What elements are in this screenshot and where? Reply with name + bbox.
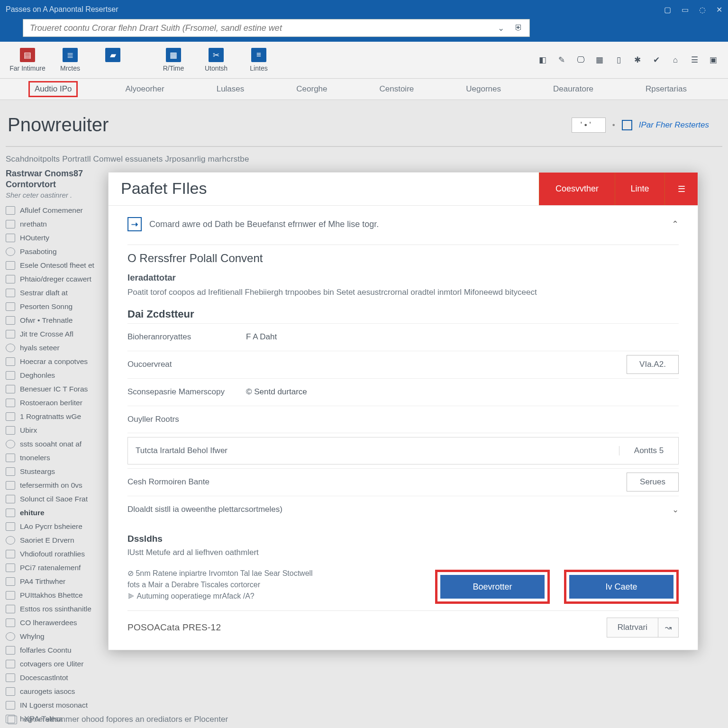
ribbon-item-notes[interactable]: ▰R/Time bbox=[94, 48, 132, 72]
tab-rpsertarias[interactable]: Rpsertarias bbox=[641, 82, 692, 96]
sidebar-item[interactable]: tefersermith on 0vs bbox=[6, 479, 112, 491]
sidebar-item[interactable]: Benesuer IC T Foras bbox=[6, 382, 112, 395]
tab-censtoire[interactable]: Censtoire bbox=[375, 82, 419, 96]
window-close-icon[interactable]: ✕ bbox=[716, 5, 722, 14]
footer-arrow-icon[interactable]: ↝ bbox=[658, 618, 679, 637]
check-icon[interactable]: ✔ bbox=[650, 54, 663, 66]
ribbon-item-mrctes[interactable]: ≣Mrctes bbox=[51, 48, 89, 72]
sidebar-item[interactable]: hyals seteer bbox=[6, 341, 112, 354]
title-bar: Passes on A Apanontal Resertser ▢ ▭ ◌ ✕ bbox=[0, 0, 728, 19]
sidebar-item[interactable]: Saoriet E Drvern bbox=[6, 534, 112, 546]
home-icon[interactable]: ⌂ bbox=[669, 54, 682, 66]
sidebar-item[interactable]: rsoupersonterll Foleses bbox=[6, 726, 112, 728]
tab-deauratore[interactable]: Deauratore bbox=[548, 82, 598, 96]
sidebar-item[interactable]: Hoecrar a conpotves bbox=[6, 355, 112, 368]
note-line-2: fots a Mair a Derabre Tiscales cortorcer bbox=[127, 579, 313, 591]
sidebar-item[interactable]: IN Lgoerst mosonact bbox=[6, 699, 112, 711]
boevrotter-button[interactable]: Boevrotter bbox=[440, 575, 545, 599]
doc-icon[interactable] bbox=[622, 120, 632, 130]
sidebar-item[interactable]: 1 Rogratnatts wGe bbox=[6, 410, 112, 423]
tab-lulases[interactable]: Lulases bbox=[212, 82, 249, 96]
sidebar-item[interactable]: Pasaboting bbox=[6, 245, 112, 258]
sidebar-item[interactable]: folfarles Coontu bbox=[6, 644, 112, 656]
aontts-button[interactable]: Aontts 5 bbox=[619, 446, 678, 455]
ribbon-item-lintes[interactable]: ≡Lintes bbox=[240, 48, 278, 72]
sidebar-item[interactable]: LAo Pycrr bsheiere bbox=[6, 520, 112, 533]
via-button[interactable]: VIa.A2. bbox=[627, 355, 679, 374]
sidebar-item[interactable]: Pesorten Sonng bbox=[6, 300, 112, 313]
sidebar-item-icon bbox=[6, 275, 15, 283]
sidebar-item-icon bbox=[6, 330, 15, 338]
cube-icon[interactable]: ◧ bbox=[537, 54, 549, 66]
ribbon-item-rtime[interactable]: ▦R/Time bbox=[155, 48, 192, 72]
sidebar-item[interactable]: cotvagers ore Uliter bbox=[6, 657, 112, 670]
chevron-down-icon[interactable]: ⌄ bbox=[672, 505, 679, 515]
sidebar-item-label: Hoecrar a conpotves bbox=[20, 357, 88, 366]
sidebar-item[interactable]: Jit tre Crosse Afl bbox=[6, 328, 112, 340]
sidebar-item-label: CO lherawerdees bbox=[20, 619, 77, 627]
serues-button[interactable]: Serues bbox=[627, 473, 679, 491]
dialog-hdr-primary[interactable]: Coesvvther bbox=[539, 173, 615, 205]
tab-ceorghe[interactable]: Ceorghe bbox=[291, 82, 332, 96]
sidebar-item[interactable]: HOuterty bbox=[6, 231, 112, 244]
sidebar-item-icon bbox=[6, 234, 15, 242]
sidebar-item[interactable]: ssts sooaht onat af bbox=[6, 437, 112, 450]
tab-uegornes[interactable]: Uegornes bbox=[461, 82, 506, 96]
sidebar-item[interactable]: ehiture bbox=[6, 506, 112, 519]
app-title: Passes on A Apanontal Resertser bbox=[6, 5, 118, 14]
row-sconse: Sconsepasrie Mamerscopy © Sentd durtarce bbox=[127, 378, 679, 406]
row-label: Oucoervreat bbox=[127, 360, 246, 369]
iv-caete-button[interactable]: Iv Caete bbox=[569, 575, 673, 599]
gear-icon[interactable]: ✱ bbox=[631, 54, 644, 66]
doc-icon[interactable]: ▯ bbox=[612, 54, 625, 66]
header-link[interactable]: IPar Fher Restertes bbox=[639, 120, 709, 130]
sidebar-item[interactable]: Vhdiofoutl rorathlies bbox=[6, 547, 112, 560]
sidebar-item-icon bbox=[6, 522, 15, 531]
sidebar-item[interactable]: Esttos ros ssinthanitle bbox=[6, 602, 112, 615]
app-icon[interactable]: ▣ bbox=[707, 54, 719, 66]
pencil-icon[interactable]: ✎ bbox=[555, 54, 568, 66]
window-help-icon[interactable]: ◌ bbox=[699, 5, 706, 14]
sidebar-item[interactable]: Stusteargs bbox=[6, 465, 112, 478]
ribbon-item-far[interactable]: ▤Far Intimure bbox=[9, 48, 46, 72]
grid-icon[interactable]: ▦ bbox=[593, 54, 606, 66]
tab-alyo[interactable]: Alyoeorher bbox=[120, 82, 169, 96]
sidebar-item[interactable]: Solunct cil Saoe Frat bbox=[6, 492, 112, 505]
sidebar-item[interactable]: PCi7 ratenalemenf bbox=[6, 561, 112, 574]
dialog-hdr-menu-icon[interactable]: ☰ bbox=[664, 173, 698, 205]
sidebar-item[interactable]: tnonelers bbox=[6, 451, 112, 464]
window-min-icon[interactable]: ▢ bbox=[664, 5, 671, 14]
window-restore-icon[interactable]: ▭ bbox=[682, 5, 689, 14]
bars-icon[interactable]: ☰ bbox=[688, 54, 701, 66]
ribbon-item-utontsh[interactable]: ✂Utontsh bbox=[197, 48, 235, 72]
sidebar-item-label: HOuterty bbox=[20, 234, 49, 242]
sidebar-item-label: PCi7 ratenalemenf bbox=[20, 564, 81, 572]
sidebar-item[interactable]: caurogets iasocs bbox=[6, 685, 112, 698]
sidebar-item-label: Solunct cil Saoe Frat bbox=[20, 495, 88, 503]
collapse-icon[interactable]: ⌃ bbox=[672, 219, 679, 229]
sidebar-item[interactable]: nrethatn bbox=[6, 218, 112, 230]
dropdown-caret-icon[interactable]: ⌄ bbox=[498, 23, 504, 33]
sidebar-item[interactable]: Sestrar dlaft at bbox=[6, 286, 112, 299]
sidebar-item[interactable]: Ofwr • Trehnatle bbox=[6, 314, 112, 327]
search-box[interactable]: ⌄ ⛨ bbox=[23, 19, 530, 37]
sidebar-item[interactable]: PA4 Tirthwher bbox=[6, 575, 112, 588]
page-counter[interactable]: ' • ' bbox=[572, 118, 606, 133]
tab-audtio[interactable]: Audtio IPo bbox=[28, 81, 78, 97]
sidebar-item[interactable]: Whylng bbox=[6, 630, 112, 643]
sidebar-item[interactable]: Phtaio/dreger ccawert bbox=[6, 273, 112, 285]
footer-button[interactable]: Rlatrvari bbox=[607, 618, 658, 637]
sidebar-item[interactable]: CO lherawerdees bbox=[6, 616, 112, 629]
sidebar-item[interactable]: Rostoeraon berliter bbox=[6, 396, 112, 409]
dialog-hdr-secondary[interactable]: Linte bbox=[615, 173, 664, 205]
monitor-icon[interactable]: 🖵 bbox=[574, 54, 587, 66]
row-disclosure[interactable]: Dloaldt sistll ia oweenthe plettarcsortm… bbox=[127, 496, 679, 523]
sidebar-item[interactable]: Aflulef Comemener bbox=[6, 204, 112, 217]
sidebar-item[interactable]: Esele Ontesotl fheet et bbox=[6, 259, 112, 272]
sidebar-item[interactable]: Deghonles bbox=[6, 369, 112, 382]
sidebar-item[interactable]: Ubirx bbox=[6, 424, 112, 437]
sidebar-item[interactable]: Docescastlntot bbox=[6, 671, 112, 684]
search-input[interactable] bbox=[30, 23, 490, 33]
shield-icon[interactable]: ⛨ bbox=[515, 23, 523, 33]
sidebar-item[interactable]: PUIttakhos Bhettce bbox=[6, 589, 112, 601]
